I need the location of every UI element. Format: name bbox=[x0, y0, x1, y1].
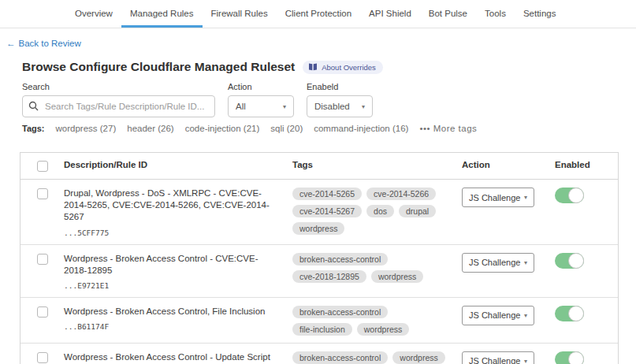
action-value: JS Challenge bbox=[469, 193, 520, 202]
rule-description: Wordpress - Broken Access Control - Upda… bbox=[64, 351, 275, 363]
action-value: JS Challenge bbox=[469, 356, 520, 364]
description-cell: Drupal, Wordpress - DoS - XMLRPC - CVE:C… bbox=[64, 188, 292, 237]
row-checkbox[interactable] bbox=[37, 352, 48, 363]
enabled-label: Enabeld bbox=[307, 82, 373, 91]
action-dropdown[interactable]: JS Challenge▾ bbox=[462, 306, 534, 325]
enabled-cell bbox=[555, 188, 618, 203]
tag-link-command-injection-16[interactable]: command-injection (16) bbox=[314, 124, 408, 133]
enabled-filter-dropdown[interactable]: Disabled ▾ bbox=[307, 95, 373, 117]
tag-pill-wordpress: wordpress bbox=[371, 270, 423, 283]
checkbox-cell bbox=[20, 253, 64, 265]
action-dropdown[interactable]: JS Challenge▾ bbox=[462, 253, 534, 273]
rule-description: Drupal, Wordpress - DoS - XMLRPC - CVE:C… bbox=[64, 188, 275, 224]
tab-tools[interactable]: Tools bbox=[476, 0, 515, 28]
enabled-cell bbox=[555, 351, 618, 364]
rule-id: ...B61174F bbox=[64, 322, 275, 331]
rule-tags-cell: broken-access-controlwordpress bbox=[292, 351, 462, 364]
rule-description: Wordpress - Broken Access Control - CVE:… bbox=[64, 253, 275, 277]
chevron-down-icon: ▾ bbox=[524, 259, 527, 266]
rule-id: ...E9721E1 bbox=[64, 281, 275, 290]
tags-bar: Tags: wordpress (27)header (26)code-inje… bbox=[22, 124, 620, 133]
filters-row: Search Action All ▾ Enabeld Disabled ▾ bbox=[22, 82, 620, 117]
back-link-label: Back to Review bbox=[19, 39, 81, 48]
heading-row: Browse Configure Cloudflare Managed Rule… bbox=[22, 60, 620, 74]
rule-tags-cell: cve-2014-5265cve-2014-5266cve-2014-5267d… bbox=[292, 188, 462, 235]
search-input[interactable] bbox=[22, 95, 215, 117]
tag-pill-broken-access-control: broken-access-control bbox=[292, 253, 388, 266]
tab-managed-rules[interactable]: Managed Rules bbox=[121, 0, 203, 28]
checkbox-cell bbox=[20, 351, 64, 363]
tag-link-code-injection-21[interactable]: code-injection (21) bbox=[185, 124, 260, 133]
table-body: Drupal, Wordpress - DoS - XMLRPC - CVE:C… bbox=[20, 180, 618, 364]
action-cell: JS Challenge▾ bbox=[462, 351, 555, 364]
header-description: Description/Rule ID bbox=[64, 160, 292, 169]
row-checkbox[interactable] bbox=[37, 188, 48, 199]
action-filter-value: All bbox=[236, 102, 246, 111]
rule-description: Wordpress - Broken Access Control, File … bbox=[64, 306, 275, 318]
main-content: Browse Configure Cloudflare Managed Rule… bbox=[0, 60, 636, 364]
table-row: Wordpress - Broken Access Control, File … bbox=[20, 298, 618, 344]
enabled-toggle[interactable] bbox=[555, 253, 584, 269]
tag-pill-dos: dos bbox=[366, 205, 394, 217]
top-nav: OverviewManaged RulesFirewall RulesClien… bbox=[0, 0, 636, 28]
rule-tags-cell: broken-access-controlfile-inclusionwordp… bbox=[292, 306, 462, 336]
badge-label: About Overrides bbox=[322, 63, 376, 72]
tab-overview[interactable]: Overview bbox=[66, 0, 121, 28]
tag-pill-cve-2014-5265: cve-2014-5265 bbox=[292, 188, 362, 200]
chevron-down-icon: ▾ bbox=[362, 103, 365, 110]
enabled-toggle[interactable] bbox=[555, 351, 584, 364]
action-label: Action bbox=[228, 82, 294, 91]
header-enabled: Enabled bbox=[555, 160, 618, 169]
description-cell: Wordpress - Broken Access Control, File … bbox=[64, 306, 292, 331]
enabled-cell bbox=[555, 253, 618, 269]
enabled-cell bbox=[555, 306, 618, 321]
action-filter-dropdown[interactable]: All ▾ bbox=[228, 95, 294, 117]
tab-settings[interactable]: Settings bbox=[515, 0, 565, 28]
page-title: Browse Configure Cloudflare Managed Rule… bbox=[22, 60, 295, 74]
action-dropdown[interactable]: JS Challenge▾ bbox=[462, 351, 534, 364]
checkbox-cell bbox=[20, 188, 64, 199]
header-tags: Tags bbox=[292, 160, 462, 169]
table-row: Wordpress - Broken Access Control - Upda… bbox=[20, 344, 618, 364]
tag-link-sqli-20[interactable]: sqli (20) bbox=[270, 124, 303, 133]
more-tags-link[interactable]: ••• More tags bbox=[419, 124, 477, 133]
action-cell: JS Challenge▾ bbox=[462, 306, 555, 325]
select-all-checkbox[interactable] bbox=[37, 161, 48, 172]
tag-pill-drupal: drupal bbox=[399, 205, 436, 217]
nav-tabs: OverviewManaged RulesFirewall RulesClien… bbox=[66, 0, 515, 28]
tag-pill-cve-2018-12895: cve-2018-12895 bbox=[292, 270, 366, 283]
tag-pill-file-inclusion: file-inclusion bbox=[292, 323, 352, 336]
tag-pill-broken-access-control: broken-access-control bbox=[292, 306, 388, 318]
tag-pill-cve-2014-5267: cve-2014-5267 bbox=[292, 205, 362, 217]
action-filter: Action All ▾ bbox=[228, 82, 294, 117]
tab-api-shield[interactable]: API Shield bbox=[360, 0, 420, 28]
rule-id: ...5CFF775 bbox=[64, 228, 275, 237]
book-icon bbox=[308, 63, 318, 71]
toggle-knob bbox=[568, 351, 584, 364]
table-row: Drupal, Wordpress - DoS - XMLRPC - CVE:C… bbox=[20, 180, 618, 245]
row-checkbox[interactable] bbox=[37, 254, 48, 265]
tab-bot-pulse[interactable]: Bot Pulse bbox=[420, 0, 476, 28]
enabled-toggle[interactable] bbox=[555, 188, 584, 203]
tag-links: wordpress (27)header (26)code-injection … bbox=[56, 124, 409, 133]
action-dropdown[interactable]: JS Challenge▾ bbox=[462, 188, 534, 207]
about-overrides-badge[interactable]: About Overrides bbox=[303, 61, 383, 74]
action-cell: JS Challenge▾ bbox=[462, 253, 555, 273]
tag-pill-broken-access-control: broken-access-control bbox=[292, 351, 388, 364]
tag-link-wordpress-27[interactable]: wordpress (27) bbox=[56, 124, 117, 133]
tag-pill-cve-2014-5266: cve-2014-5266 bbox=[366, 188, 436, 200]
tags-bar-label: Tags: bbox=[22, 124, 45, 133]
tab-client-protection[interactable]: Client Protection bbox=[277, 0, 360, 28]
action-cell: JS Challenge▾ bbox=[462, 188, 555, 207]
search-filter: Search bbox=[22, 82, 215, 117]
chevron-down-icon: ▾ bbox=[524, 194, 527, 201]
tag-link-header-26[interactable]: header (26) bbox=[127, 124, 173, 133]
row-checkbox[interactable] bbox=[37, 306, 48, 318]
action-value: JS Challenge bbox=[469, 310, 520, 320]
enabled-filter-value: Disabled bbox=[314, 102, 350, 111]
tag-pill-wordpress: wordpress bbox=[392, 351, 444, 364]
enabled-toggle[interactable] bbox=[555, 306, 584, 321]
back-to-review-link[interactable]: ←Back to Review bbox=[6, 39, 636, 48]
tab-firewall-rules[interactable]: Firewall Rules bbox=[203, 0, 277, 28]
description-cell: Wordpress - Broken Access Control - CVE:… bbox=[64, 253, 292, 290]
